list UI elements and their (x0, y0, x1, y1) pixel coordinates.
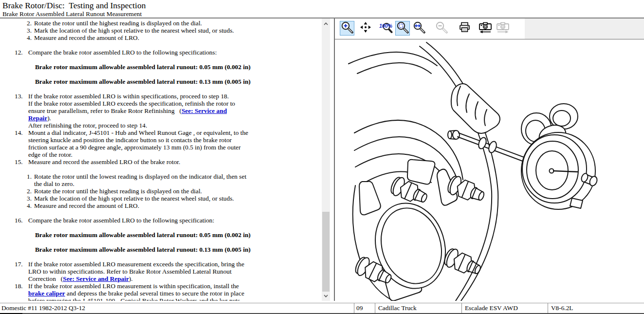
zoom-out-icon (435, 21, 448, 36)
zoom-100-icon: 100% (379, 21, 393, 36)
vehicle-year-field: 09 (354, 303, 375, 313)
item-text: Measure and record the assembled LRO of … (28, 158, 180, 166)
toolbar-icon-strip: 100% (335, 18, 525, 39)
item-text: Mount a dial indicator, J-45101 - Hub an… (28, 129, 248, 158)
previous-image-button[interactable] (478, 21, 493, 36)
illustration-toolbar: 100% (335, 18, 644, 39)
vehicle-make-field: Cadillac Truck (375, 303, 461, 313)
item-number: 1. (27, 173, 34, 180)
item-number: 16. (15, 217, 28, 224)
item-text: Mark the location of the high spot relat… (34, 195, 234, 202)
list-item: 3.Mark the location of the high spot rel… (0, 27, 322, 34)
item-number: 3. (27, 195, 34, 202)
item-text: Rotate the rotor until the lowest readin… (34, 173, 248, 187)
doc-link[interactable]: See: Service and Repair (28, 107, 227, 122)
spec-line: Brake rotor maximum allowable assembled … (0, 246, 322, 253)
repair-manual-window: Brake Rotor/Disc: Testing and Inspection… (0, 0, 644, 314)
illustration-viewport[interactable] (335, 39, 644, 301)
item-number: 14. (15, 129, 28, 136)
item-text: Compare the brake rotor assembled LRO to… (28, 217, 214, 224)
item-number: 15. (15, 158, 28, 166)
list-item: 14.Mount a dial indicator, J-45101 - Hub… (0, 129, 322, 158)
illustration-pane: 100% (334, 18, 644, 301)
item-text: Measure and record the amount of LRO. (34, 202, 139, 209)
list-item: 4.Measure and record the amount of LRO. (0, 202, 322, 209)
page-subtitle: Brake Rotor Assembled Lateral Runout Mea… (2, 10, 142, 18)
list-item: 17.If the brake rotor assembled LRO meas… (0, 260, 322, 282)
header: Brake Rotor/Disc: Testing and Inspection… (0, 0, 644, 18)
zoom-in-icon (341, 21, 353, 36)
spec-text: Brake rotor maximum allowable assembled … (35, 246, 251, 253)
print-icon (459, 21, 471, 36)
doc-link[interactable]: See: Service and Repair (63, 275, 129, 282)
svg-text:100%: 100% (379, 23, 393, 29)
brake-rotor-dial-indicator-illustration (335, 39, 644, 301)
next-image-icon (496, 21, 510, 36)
item-text: Compare the brake rotor assembled LRO to… (28, 49, 217, 56)
list-item: 12.Compare the brake rotor assembled LRO… (0, 49, 322, 56)
spec-text: Brake rotor maximum allowable assembled … (35, 63, 251, 71)
fit-width-button[interactable] (412, 21, 426, 36)
doc-link[interactable]: brake caliper (28, 290, 65, 297)
zoom-out-button (434, 21, 449, 36)
fit-page-icon (396, 21, 409, 36)
scroll-down-button[interactable] (322, 292, 330, 300)
print-button[interactable] (458, 21, 472, 36)
scrollbar-thumb[interactable] (322, 212, 330, 293)
list-item: 18.If the brake rotor assembled LRO meas… (0, 282, 322, 301)
item-number: 2. (27, 19, 34, 27)
item-number: 12. (15, 49, 28, 56)
item-number: 18. (15, 282, 28, 290)
document-pane: 2.Rotate the rotor until the highest rea… (0, 18, 330, 301)
spec-text: Brake rotor maximum allowable assembled … (35, 78, 251, 85)
spec-text: Brake rotor maximum allowable assembled … (35, 231, 251, 239)
page-title: Brake Rotor/Disc: Testing and Inspection (2, 0, 146, 11)
article-body: 2.Rotate the rotor until the highest rea… (0, 18, 322, 301)
list-item: 1.Rotate the rotor until the lowest read… (0, 173, 322, 187)
item-number: 13. (15, 92, 28, 100)
item-number: 3. (27, 27, 34, 34)
vehicle-model-field: Escalade ESV AWD (461, 303, 548, 313)
item-text: If the brake rotor assembled LRO measure… (28, 260, 248, 282)
scroll-up-button[interactable] (322, 19, 330, 28)
vehicle-engine-field: V8-6.2L (548, 303, 644, 313)
coverage-field: Domestic #11 1982-2012 Q3-12 (0, 303, 354, 313)
spec-line: Brake rotor maximum allowable assembled … (0, 231, 322, 239)
item-text: If the brake rotor assembled LRO is with… (28, 92, 248, 129)
next-image-button (496, 21, 510, 36)
previous-image-icon (478, 21, 493, 36)
zoom-in-button[interactable] (340, 21, 354, 36)
status-bar: Domestic #11 1982-2012 Q3-12 09 Cadillac… (0, 303, 644, 313)
list-item: 3.Mark the location of the high spot rel… (0, 195, 322, 202)
spec-line: Brake rotor maximum allowable assembled … (0, 63, 322, 71)
list-item: 16.Compare the brake rotor assembled LRO… (0, 217, 322, 224)
item-text: Rotate the rotor until the highest readi… (34, 19, 202, 27)
list-item: 13.If the brake rotor assembled LRO is w… (0, 92, 322, 129)
item-number: 17. (15, 260, 28, 268)
pan-icon (359, 21, 372, 36)
fit-page-button[interactable] (395, 21, 410, 36)
list-item: 4.Measure and record the amount of LRO. (0, 34, 322, 41)
spec-line: Brake rotor maximum allowable assembled … (0, 78, 322, 85)
list-item: 2.Rotate the rotor until the highest rea… (0, 19, 322, 27)
chevron-up-icon (324, 22, 328, 25)
item-text: Rotate the rotor until the highest readi… (34, 187, 202, 195)
item-number: 4. (27, 202, 34, 209)
zoom-100-button[interactable]: 100% (379, 21, 393, 36)
item-text: Mark the location of the high spot relat… (34, 27, 234, 34)
item-number: 2. (27, 187, 34, 195)
fit-width-icon (413, 21, 425, 36)
item-number: 4. (27, 34, 34, 41)
list-item: 15.Measure and record the assembled LRO … (0, 158, 322, 166)
vertical-scrollbar[interactable] (322, 18, 330, 301)
item-text: If the brake rotor assembled LRO measure… (28, 282, 248, 301)
pan-button[interactable] (358, 21, 373, 36)
chevron-down-icon (324, 295, 328, 297)
list-item: 2.Rotate the rotor until the highest rea… (0, 187, 322, 195)
item-text: Measure and record the amount of LRO. (34, 34, 139, 41)
